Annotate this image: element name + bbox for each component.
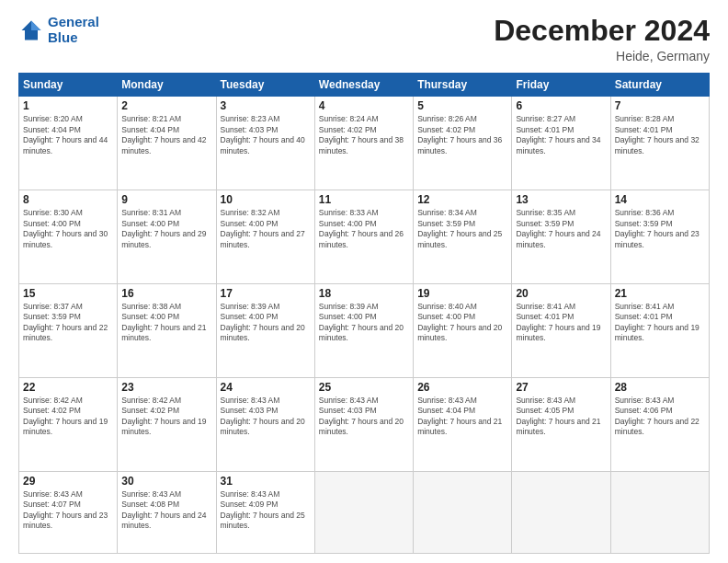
calendar-cell: 15Sunrise: 8:37 AMSunset: 3:59 PMDayligh… — [19, 284, 118, 378]
calendar-cell — [314, 471, 413, 553]
logo-general: General — [48, 14, 99, 29]
day-detail: Sunrise: 8:43 AMSunset: 4:05 PMDaylight:… — [516, 396, 600, 436]
month-title: December 2024 — [494, 15, 710, 47]
calendar-cell: 11Sunrise: 8:33 AMSunset: 4:00 PMDayligh… — [314, 190, 413, 284]
calendar-cell: 17Sunrise: 8:39 AMSunset: 4:00 PMDayligh… — [216, 284, 314, 378]
day-detail: Sunrise: 8:37 AMSunset: 3:59 PMDaylight:… — [23, 302, 108, 342]
day-number: 12 — [417, 193, 507, 206]
calendar-cell: 16Sunrise: 8:38 AMSunset: 4:00 PMDayligh… — [118, 284, 216, 378]
day-number: 9 — [121, 193, 211, 206]
day-detail: Sunrise: 8:42 AMSunset: 4:02 PMDaylight:… — [121, 396, 206, 436]
day-detail: Sunrise: 8:30 AMSunset: 4:00 PMDaylight:… — [23, 208, 108, 248]
calendar-cell: 7Sunrise: 8:28 AMSunset: 4:01 PMDaylight… — [610, 97, 709, 190]
calendar-cell: 14Sunrise: 8:36 AMSunset: 3:59 PMDayligh… — [610, 190, 709, 284]
day-number: 4 — [319, 99, 409, 112]
day-number: 16 — [121, 287, 211, 300]
calendar-cell: 24Sunrise: 8:43 AMSunset: 4:03 PMDayligh… — [216, 377, 314, 471]
calendar-cell: 28Sunrise: 8:43 AMSunset: 4:06 PMDayligh… — [610, 377, 709, 471]
calendar-cell: 6Sunrise: 8:27 AMSunset: 4:01 PMDaylight… — [512, 97, 610, 190]
svg-marker-1 — [31, 20, 41, 30]
day-number: 6 — [516, 99, 606, 112]
day-number: 2 — [121, 99, 211, 112]
col-tuesday: Tuesday — [216, 74, 314, 97]
day-number: 14 — [615, 193, 705, 206]
day-number: 11 — [319, 193, 409, 206]
calendar-cell: 2Sunrise: 8:21 AMSunset: 4:04 PMDaylight… — [118, 97, 216, 190]
day-detail: Sunrise: 8:41 AMSunset: 4:01 PMDaylight:… — [516, 302, 600, 342]
day-number: 18 — [319, 287, 409, 300]
day-number: 7 — [615, 99, 705, 112]
day-detail: Sunrise: 8:31 AMSunset: 4:00 PMDaylight:… — [121, 208, 206, 248]
col-thursday: Thursday — [414, 74, 512, 97]
calendar-cell: 13Sunrise: 8:35 AMSunset: 3:59 PMDayligh… — [512, 190, 610, 284]
day-detail: Sunrise: 8:39 AMSunset: 4:00 PMDaylight:… — [319, 302, 404, 342]
day-detail: Sunrise: 8:39 AMSunset: 4:00 PMDaylight:… — [221, 302, 305, 342]
day-detail: Sunrise: 8:27 AMSunset: 4:01 PMDaylight:… — [516, 114, 600, 155]
day-number: 29 — [23, 475, 113, 488]
calendar-cell — [512, 471, 610, 553]
day-detail: Sunrise: 8:20 AMSunset: 4:04 PMDaylight:… — [23, 114, 108, 155]
calendar-header-row: Sunday Monday Tuesday Wednesday Thursday… — [19, 74, 710, 97]
logo-blue: Blue — [48, 29, 78, 45]
day-number: 30 — [121, 475, 211, 488]
day-number: 1 — [23, 99, 113, 112]
calendar-cell: 5Sunrise: 8:26 AMSunset: 4:02 PMDaylight… — [414, 97, 512, 190]
day-detail: Sunrise: 8:33 AMSunset: 4:00 PMDaylight:… — [319, 208, 404, 248]
calendar-cell: 22Sunrise: 8:42 AMSunset: 4:02 PMDayligh… — [19, 377, 118, 471]
day-number: 27 — [516, 381, 606, 394]
day-number: 10 — [221, 193, 311, 206]
day-detail: Sunrise: 8:34 AMSunset: 3:59 PMDaylight:… — [417, 208, 502, 248]
day-detail: Sunrise: 8:36 AMSunset: 3:59 PMDaylight:… — [615, 208, 700, 248]
calendar-cell: 10Sunrise: 8:32 AMSunset: 4:00 PMDayligh… — [216, 190, 314, 284]
day-number: 17 — [221, 287, 311, 300]
header: General Blue December 2024 Heide, German… — [18, 15, 710, 63]
calendar-cell: 29Sunrise: 8:43 AMSunset: 4:07 PMDayligh… — [19, 471, 118, 553]
calendar: Sunday Monday Tuesday Wednesday Thursday… — [18, 73, 710, 554]
logo-text: General Blue — [48, 15, 99, 45]
day-detail: Sunrise: 8:35 AMSunset: 3:59 PMDaylight:… — [516, 208, 600, 248]
calendar-week-2: 8Sunrise: 8:30 AMSunset: 4:00 PMDaylight… — [19, 190, 710, 284]
title-block: December 2024 Heide, Germany — [494, 15, 710, 63]
day-detail: Sunrise: 8:42 AMSunset: 4:02 PMDaylight:… — [23, 396, 108, 436]
page: General Blue December 2024 Heide, German… — [0, 0, 728, 563]
day-number: 15 — [23, 287, 113, 300]
logo: General Blue — [18, 15, 99, 45]
day-detail: Sunrise: 8:43 AMSunset: 4:03 PMDaylight:… — [319, 396, 404, 436]
day-detail: Sunrise: 8:24 AMSunset: 4:02 PMDaylight:… — [319, 114, 404, 155]
calendar-week-4: 22Sunrise: 8:42 AMSunset: 4:02 PMDayligh… — [19, 377, 710, 471]
col-monday: Monday — [118, 74, 216, 97]
col-wednesday: Wednesday — [314, 74, 413, 97]
day-detail: Sunrise: 8:32 AMSunset: 4:00 PMDaylight:… — [221, 208, 305, 248]
day-number: 20 — [516, 287, 606, 300]
day-number: 23 — [121, 381, 211, 394]
day-number: 13 — [516, 193, 606, 206]
day-detail: Sunrise: 8:28 AMSunset: 4:01 PMDaylight:… — [615, 114, 700, 155]
day-detail: Sunrise: 8:43 AMSunset: 4:08 PMDaylight:… — [121, 489, 206, 530]
day-detail: Sunrise: 8:41 AMSunset: 4:01 PMDaylight:… — [615, 302, 700, 342]
calendar-cell: 26Sunrise: 8:43 AMSunset: 4:04 PMDayligh… — [414, 377, 512, 471]
day-detail: Sunrise: 8:43 AMSunset: 4:07 PMDaylight:… — [23, 489, 108, 530]
day-number: 19 — [417, 287, 507, 300]
calendar-week-5: 29Sunrise: 8:43 AMSunset: 4:07 PMDayligh… — [19, 471, 710, 553]
day-number: 31 — [221, 475, 311, 488]
calendar-cell — [610, 471, 709, 553]
calendar-cell: 8Sunrise: 8:30 AMSunset: 4:00 PMDaylight… — [19, 190, 118, 284]
calendar-cell: 30Sunrise: 8:43 AMSunset: 4:08 PMDayligh… — [118, 471, 216, 553]
calendar-cell: 20Sunrise: 8:41 AMSunset: 4:01 PMDayligh… — [512, 284, 610, 378]
calendar-cell: 3Sunrise: 8:23 AMSunset: 4:03 PMDaylight… — [216, 97, 314, 190]
day-number: 25 — [319, 381, 409, 394]
calendar-week-1: 1Sunrise: 8:20 AMSunset: 4:04 PMDaylight… — [19, 97, 710, 190]
day-number: 5 — [417, 99, 507, 112]
day-detail: Sunrise: 8:43 AMSunset: 4:09 PMDaylight:… — [221, 489, 305, 530]
day-detail: Sunrise: 8:26 AMSunset: 4:02 PMDaylight:… — [417, 114, 502, 155]
day-detail: Sunrise: 8:38 AMSunset: 4:00 PMDaylight:… — [121, 302, 206, 342]
day-detail: Sunrise: 8:43 AMSunset: 4:06 PMDaylight:… — [615, 396, 700, 436]
day-detail: Sunrise: 8:40 AMSunset: 4:00 PMDaylight:… — [417, 302, 502, 342]
day-detail: Sunrise: 8:43 AMSunset: 4:03 PMDaylight:… — [221, 396, 305, 436]
calendar-cell: 21Sunrise: 8:41 AMSunset: 4:01 PMDayligh… — [610, 284, 709, 378]
location: Heide, Germany — [494, 49, 710, 63]
day-detail: Sunrise: 8:23 AMSunset: 4:03 PMDaylight:… — [221, 114, 305, 155]
calendar-cell: 19Sunrise: 8:40 AMSunset: 4:00 PMDayligh… — [414, 284, 512, 378]
day-detail: Sunrise: 8:43 AMSunset: 4:04 PMDaylight:… — [417, 396, 502, 436]
day-number: 28 — [615, 381, 705, 394]
